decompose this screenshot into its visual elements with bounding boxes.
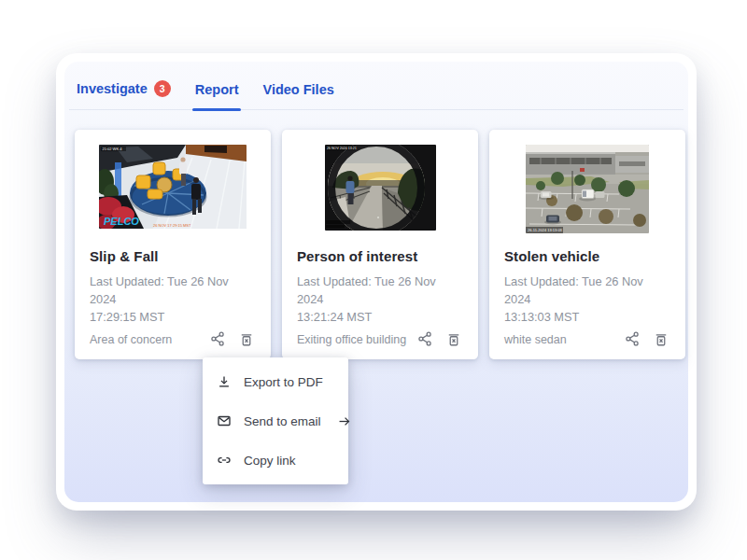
tab-bar: Investigate 3 Report Video Files (69, 62, 684, 110)
last-updated-date: Last Updated: Tue 26 Nov 2024 (297, 273, 463, 308)
delete-icon[interactable] (237, 329, 256, 348)
card-actions (623, 329, 670, 348)
menu-item-label: Copy link (244, 454, 296, 468)
menu-item-send-to-email[interactable]: Send to email (203, 401, 348, 441)
menu-item-label: Export to PDF (244, 375, 323, 389)
thumbnail-wrap: 21:02 WK 4 PELCO 26 NOV 17:29:15 MST (90, 145, 256, 242)
share-icon[interactable] (623, 329, 641, 348)
camera-thumbnail-fisheye[interactable]: 26 NOV 2024 13:21 (325, 145, 436, 231)
menu-item-label: Send to email (244, 414, 321, 428)
share-context-menu: Export to PDF Send to email Copy link (203, 357, 348, 484)
email-icon (216, 413, 233, 429)
camera-osd-text: 26-11-2024 13:13:03 (528, 228, 563, 232)
menu-item-copy-link[interactable]: Copy link (203, 441, 348, 480)
camera-thumbnail-parking-lot[interactable]: 26-11-2024 13:13:03 (526, 145, 649, 233)
last-updated-date: Last Updated: Tue 26 Nov 2024 (90, 273, 256, 308)
last-updated-time: 13:21:24 MST (297, 308, 463, 326)
tab-investigate[interactable]: Investigate 3 (77, 80, 171, 109)
last-updated-date: Last Updated: Tue 26 Nov 2024 (504, 273, 670, 308)
share-icon[interactable] (416, 329, 434, 348)
thumbnail-wrap: 26 NOV 2024 13:21 (297, 145, 463, 242)
camera-osd-text: 21:02 WK 4 (103, 147, 123, 151)
camera-footer-text: 26 NOV 17:29:15 MST (153, 223, 191, 228)
card-title: Stolen vehicle (504, 248, 670, 264)
report-card-person-of-interest[interactable]: 26 NOV 2024 13:21 Person of interest Las… (282, 130, 478, 359)
card-last-updated: Last Updated: Tue 26 Nov 2024 13:21:24 M… (297, 273, 463, 327)
report-card-stolen-vehicle[interactable]: 26-11-2024 13:13:03 Stolen vehicle Last … (489, 130, 685, 359)
tab-video-files[interactable]: Video Files (262, 82, 333, 109)
thumbnail-wrap: 26-11-2024 13:13:03 (504, 145, 670, 242)
tab-report-label: Report (195, 82, 239, 97)
delete-icon[interactable] (444, 329, 463, 348)
download-icon (216, 373, 233, 390)
pelco-watermark: PELCO (104, 216, 139, 227)
card-title: Person of interest (297, 248, 463, 264)
card-title: Slip & Fall (90, 248, 256, 264)
arrow-right-icon (336, 413, 352, 429)
tab-investigate-label: Investigate (77, 81, 148, 96)
delete-icon[interactable] (652, 329, 670, 348)
last-updated-time: 17:29:15 MST (90, 308, 256, 326)
card-actions (208, 329, 256, 348)
menu-item-export-to-pdf[interactable]: Export to PDF (203, 362, 348, 401)
investigate-count-badge: 3 (154, 80, 171, 97)
card-last-updated: Last Updated: Tue 26 Nov 2024 17:29:15 M… (90, 273, 256, 327)
tab-video-files-label: Video Files (262, 82, 333, 97)
tab-report[interactable]: Report (195, 82, 239, 109)
card-last-updated: Last Updated: Tue 26 Nov 2024 13:13:03 M… (504, 273, 670, 327)
camera-osd-text: 26 NOV 2024 13:21 (327, 147, 357, 150)
share-icon[interactable] (208, 329, 227, 348)
card-actions (416, 329, 463, 348)
link-icon (216, 452, 233, 469)
last-updated-time: 13:13:03 MST (504, 308, 670, 326)
camera-thumbnail-lobby[interactable]: 21:02 WK 4 PELCO 26 NOV 17:29:15 MST (99, 145, 247, 229)
report-card-slip-and-fall[interactable]: 21:02 WK 4 PELCO 26 NOV 17:29:15 MST Sli… (75, 130, 271, 359)
